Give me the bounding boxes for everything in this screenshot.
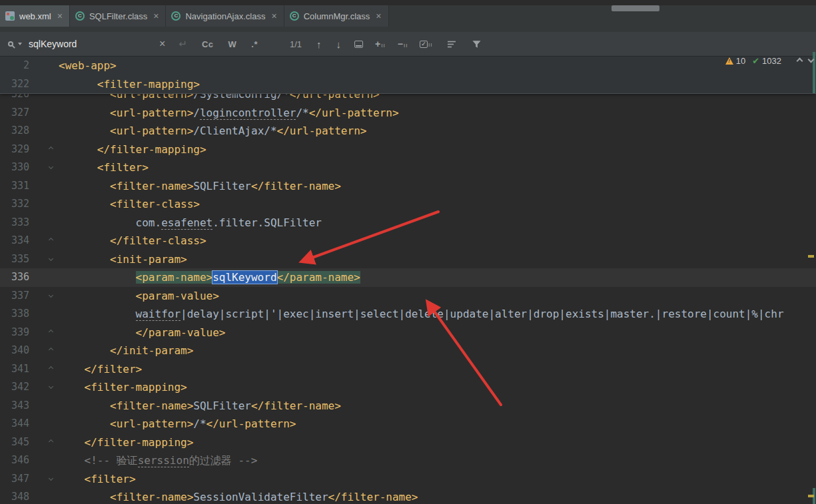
code-token — [59, 417, 110, 430]
code-token: <param-value> — [136, 290, 219, 302]
code-token: </url-pattern> — [277, 125, 367, 137]
editor-tab[interactable]: C SQLFilter.class × — [70, 5, 167, 27]
code-line[interactable]: 348 <filter-name>SessionValidateFilter</… — [0, 488, 816, 504]
fold-marker[interactable] — [33, 57, 59, 75]
fold-marker[interactable] — [33, 342, 59, 360]
fold-marker[interactable] — [33, 195, 59, 214]
code-line[interactable]: 347 <filter> — [0, 470, 816, 489]
search-icon[interactable] — [8, 41, 22, 47]
code-line[interactable]: 328 <url-pattern>/ClientAjax/*</url-patt… — [0, 122, 816, 140]
prev-problem-icon[interactable] — [797, 58, 803, 65]
newline-icon[interactable]: ↵ — [179, 38, 187, 50]
code-line[interactable]: 330 <filter> — [0, 158, 816, 177]
inspections-widget: 10 ✔ 1032 — [725, 56, 813, 66]
code-token: <filter-name> — [110, 399, 193, 412]
search-input[interactable] — [29, 39, 155, 49]
code-editor[interactable]: 326 <url-pattern>/SystemConfig/*</url-pa… — [0, 94, 816, 504]
remove-occurrence-button[interactable]: −II — [398, 39, 408, 49]
code-line[interactable]: 2 <web-app> — [0, 57, 816, 75]
prev-match-button[interactable]: ↑ — [316, 39, 322, 50]
passed-count: 1032 — [762, 56, 781, 66]
fold-marker[interactable] — [33, 378, 59, 397]
code-line[interactable]: 335 <init-param> — [0, 250, 816, 269]
code-token — [59, 290, 136, 302]
warnings-indicator[interactable]: 10 — [725, 56, 745, 66]
fold-marker[interactable] — [33, 94, 59, 104]
caret-bars-icon: II — [404, 43, 408, 49]
code-token — [59, 326, 136, 339]
code-line[interactable]: 322 <filter-mapping> — [0, 75, 816, 94]
line-number: 327 — [0, 104, 33, 123]
next-problem-icon[interactable] — [808, 57, 815, 63]
fold-marker[interactable] — [33, 177, 59, 196]
add-occurrence-button[interactable]: +II — [375, 39, 386, 49]
code-line[interactable]: 332 <filter-class> — [0, 195, 816, 214]
code-line[interactable]: 333 com.esafenet.filter.SQLFilter — [0, 214, 816, 232]
fold-marker[interactable] — [33, 268, 59, 287]
fold-marker[interactable] — [33, 470, 59, 489]
tab-label: ColumnMgr.class — [304, 11, 370, 21]
editor-tab[interactable]: C ColumnMgr.class × — [284, 5, 389, 27]
code-line[interactable]: 346 <!-- 验证serssion的过滤器 --> — [0, 451, 816, 470]
fold-marker[interactable] — [33, 250, 59, 269]
tab-bar: web.xml × C SQLFilter.class × C Navigati… — [0, 5, 816, 32]
fold-marker[interactable] — [33, 104, 59, 123]
fold-marker[interactable] — [33, 122, 59, 140]
fold-marker[interactable] — [33, 324, 59, 342]
regex-toggle[interactable]: .* — [251, 39, 258, 49]
code-token: </filter-class> — [110, 234, 206, 247]
fold-marker[interactable] — [33, 433, 59, 452]
editor-tab[interactable]: C NavigationAjax.class × — [166, 5, 284, 27]
warning-stripe-mark[interactable] — [808, 255, 814, 258]
fold-marker[interactable] — [33, 360, 59, 379]
code-line[interactable]: 342 <filter-mapping> — [0, 378, 816, 397]
code-line[interactable]: 339 </param-value> — [0, 324, 816, 342]
code-line[interactable]: 326 <url-pattern>/SystemConfig/*</url-pa… — [0, 94, 816, 104]
warning-stripe-mark[interactable] — [808, 495, 814, 497]
code-line[interactable]: 341 </filter> — [0, 360, 816, 379]
code-line[interactable]: 331 <filter-name>SQLFilter</filter-name> — [0, 177, 816, 196]
open-results-button[interactable] — [354, 41, 363, 48]
close-icon[interactable]: × — [153, 11, 159, 21]
fold-marker[interactable] — [33, 397, 59, 415]
fold-marker[interactable] — [33, 451, 59, 470]
code-line[interactable]: 344 <url-pattern>/*</url-pattern> — [0, 415, 816, 433]
code-line[interactable]: 343 <filter-name>SQLFilter</filter-name> — [0, 397, 816, 415]
close-icon[interactable]: × — [57, 11, 63, 21]
fold-marker[interactable] — [33, 232, 59, 250]
fold-marker[interactable] — [33, 75, 59, 94]
whole-words-toggle[interactable]: W — [228, 39, 237, 49]
select-all-occurrences-button[interactable]: ✓II — [420, 41, 432, 48]
code-line[interactable]: 334 </filter-class> — [0, 232, 816, 250]
filter-icon[interactable] — [472, 39, 482, 49]
match-case-toggle[interactable]: Cc — [202, 39, 214, 49]
code-line[interactable]: 338 waitfor|delay|script|'|exec|insert|s… — [0, 305, 816, 324]
fold-marker[interactable] — [33, 158, 59, 177]
fold-marker[interactable] — [33, 140, 59, 159]
code-token: <url-pattern> — [110, 94, 193, 101]
code-line[interactable]: 345 </filter-mapping> — [0, 433, 816, 452]
next-match-button[interactable]: ↓ — [336, 39, 342, 50]
fold-marker[interactable] — [33, 214, 59, 232]
passed-indicator[interactable]: ✔ 1032 — [752, 56, 781, 66]
code-line[interactable]: 337 <param-value> — [0, 287, 816, 306]
line-content: </init-param> — [59, 342, 816, 360]
fold-marker[interactable] — [33, 488, 59, 504]
line-content: <filter> — [59, 158, 816, 177]
code-line[interactable]: 327 <url-pattern>/logincontroller/*</url… — [0, 104, 816, 123]
code-line[interactable]: 340 </init-param> — [0, 342, 816, 360]
close-icon[interactable]: × — [271, 11, 276, 21]
code-line[interactable]: 329 </filter-mapping> — [0, 140, 816, 159]
close-icon[interactable]: × — [376, 11, 381, 21]
code-line[interactable]: 336 <param-name>sqlKeyword</param-name> — [0, 268, 816, 287]
line-number: 332 — [0, 195, 33, 214]
search-options-icon[interactable] — [447, 39, 457, 49]
fold-marker[interactable] — [33, 287, 59, 306]
clear-search-icon[interactable]: × — [159, 38, 165, 50]
code-token: </param-name> — [277, 271, 360, 284]
code-token: </filter-name> — [251, 180, 341, 192]
plus-icon: + — [375, 39, 380, 49]
fold-marker[interactable] — [33, 305, 59, 324]
fold-marker[interactable] — [33, 415, 59, 433]
editor-tab[interactable]: web.xml × — [0, 5, 70, 27]
